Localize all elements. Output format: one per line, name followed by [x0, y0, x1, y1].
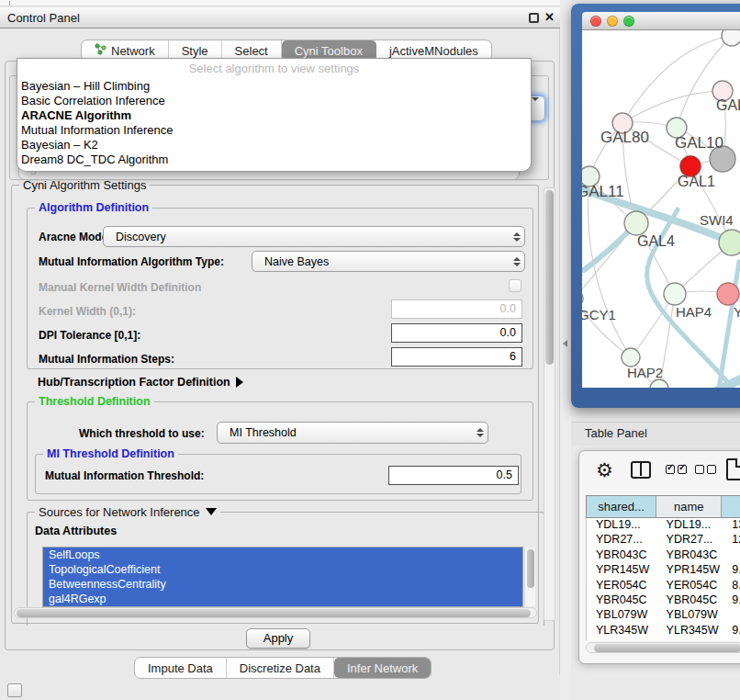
attribute-item-gal4rgexp[interactable]: gal4RGexp [43, 592, 522, 606]
table-row[interactable]: YBL079WYBL079W [587, 608, 740, 623]
dropdown-prompt: Select algorithm to view settings [17, 59, 531, 79]
settings-horizontal-scrollbar[interactable] [14, 607, 537, 618]
algorithm-option-bayesian-k2[interactable]: Bayesian – K2 [17, 138, 531, 152]
network-node-label: GAL11 [582, 183, 624, 200]
application-window: Control Panel ✕ NetworkStyleSelectCyni T… [0, 0, 740, 700]
mi-threshold-field[interactable]: 0.5 [388, 466, 519, 485]
document-icon[interactable] [726, 458, 740, 480]
attribute-item-selfloops[interactable]: SelfLoops [43, 548, 522, 562]
network-node[interactable] [664, 283, 686, 305]
threshold-definition-title: Threshold Definition [35, 395, 154, 408]
settings-vertical-scrollbar[interactable] [544, 187, 555, 621]
tab-jactivemnodules-label: jActiveMNodules [389, 44, 478, 58]
mi-type-combo[interactable]: Naive Bayes [252, 251, 525, 272]
manual-kernel-label: Manual Kernel Width Definition [39, 281, 201, 294]
which-threshold-combo[interactable]: MI Threshold [217, 422, 488, 444]
collapsed-arrow-icon [236, 377, 243, 388]
which-threshold-value: MI Threshold [218, 426, 473, 439]
network-node[interactable] [622, 348, 640, 367]
network-node[interactable] [719, 230, 740, 255]
zoom-traffic-icon[interactable] [623, 16, 634, 27]
close-icon[interactable]: ✕ [544, 10, 555, 24]
table-row[interactable]: YDL19...YDL19...13 [587, 518, 740, 533]
table-cell: YPR145W [587, 563, 657, 578]
select-all-checkboxes-icon[interactable] [666, 465, 687, 474]
kernel-width-field[interactable]: 0.0 [391, 299, 522, 319]
node-table: shared...name YDL19...YDL19...13YDR27...… [586, 495, 740, 640]
table-horizontal-scrollbar[interactable] [586, 642, 740, 653]
table-cell: YIL052C [587, 638, 657, 640]
apply-button[interactable]: Apply [246, 628, 310, 649]
bottom-tab-impute-data[interactable]: Impute Data [135, 658, 227, 678]
network-node[interactable] [582, 289, 583, 308]
algorithm-option-mutual-information-inference[interactable]: Mutual Information Inference [17, 123, 531, 138]
network-window-titlebar[interactable] [582, 12, 740, 30]
table-row[interactable]: YBR045CYBR045C9. [587, 593, 740, 608]
gear-icon[interactable]: ⚙ [596, 459, 613, 481]
hub-definition-toggle[interactable]: Hub/Transcription Factor Definition [38, 376, 243, 389]
bottom-tab-discretize-data[interactable]: Discretize Data [227, 658, 334, 678]
column-header-shared[interactable]: shared... [587, 496, 656, 517]
network-node-label: GAL [716, 97, 740, 113]
attributes-list-scrollbar[interactable] [524, 548, 535, 606]
deselect-all-checkboxes-icon[interactable] [695, 465, 716, 474]
which-threshold-label: Which threshold to use: [79, 427, 205, 440]
control-panel-titlebar: Control Panel ✕ [0, 7, 560, 28]
table-cell: YDL19... [587, 518, 657, 533]
data-attributes-label: Data Attributes [35, 525, 117, 537]
attribute-item-betweennesscentrality[interactable]: BetweennessCentrality [43, 577, 522, 592]
combo-stepper-icon [473, 428, 488, 437]
close-traffic-icon[interactable] [590, 16, 601, 27]
table-cell: YBR045C [657, 593, 723, 608]
table-cell: YDR27... [587, 533, 657, 548]
minimized-panel-icon[interactable] [7, 683, 22, 697]
panel-divider[interactable] [560, 0, 571, 700]
manual-kernel-checkbox[interactable] [509, 279, 521, 292]
data-attributes-list[interactable]: SelfLoopsTopologicalCoefficientBetweenne… [42, 547, 523, 607]
network-node[interactable] [717, 283, 739, 305]
table-row[interactable]: YER054CYER054C8. [587, 579, 740, 593]
attribute-item-topologicalcoefficient[interactable]: TopologicalCoefficient [43, 562, 522, 577]
algorithm-option-aracne-algorithm[interactable]: ARACNE Algorithm [17, 108, 531, 123]
mi-steps-field[interactable]: 6 [391, 347, 522, 367]
network-node[interactable] [650, 379, 668, 388]
dpi-tolerance-field[interactable]: 0.0 [391, 323, 522, 343]
algorithm-option-bayesian-hill-climbing[interactable]: Bayesian – Hill Climbing [17, 79, 531, 94]
table-panel-title: Table Panel [585, 426, 647, 440]
network-node[interactable] [624, 211, 648, 235]
tab-style-label: Style [182, 44, 208, 58]
network-view-window[interactable]: GALGAL80GAL10GAL1GAL11SWI4GAL4HAP4YGCY1H… [571, 4, 740, 408]
sources-group-title: Sources for Network Inference [35, 505, 220, 519]
algorithm-option-basic-correlation-inference[interactable]: Basic Correlation Inference [17, 94, 531, 108]
combo-stepper-icon [510, 232, 524, 242]
table-row[interactable]: YDR27...YDR27...12 [587, 533, 740, 548]
combo-stepper-icon [510, 257, 524, 266]
minimize-traffic-icon[interactable] [607, 16, 618, 27]
network-node-label: SWI4 [700, 212, 734, 228]
aracne-mode-combo[interactable]: Discovery [103, 226, 525, 247]
algorithm-option-dream8-dc-tdc-algorithm[interactable]: Dream8 DC_TDC Algorithm [17, 152, 531, 167]
network-node-label: GAL1 [678, 174, 715, 189]
network-node-label: GAL4 [637, 233, 675, 249]
table-row[interactable]: YIL052CYIL052C9 [587, 638, 740, 640]
bottom-tab-infer-network[interactable]: Infer Network [334, 658, 431, 678]
table-cell: YDL19... [657, 518, 723, 533]
column-header-col3[interactable] [722, 496, 740, 517]
column-header-name[interactable]: name [656, 496, 722, 517]
table-cell: YPR145W [657, 563, 723, 578]
network-node-label: HAP4 [676, 304, 712, 320]
table-row[interactable]: YBR043CYBR043C [587, 548, 740, 563]
bottom-tab-impute-data-label: Impute Data [148, 661, 213, 675]
network-node[interactable] [722, 30, 740, 46]
aracne-mode-label: Aracne Mode: [39, 231, 111, 243]
table-toolbar: ⚙ [579, 451, 740, 491]
table-cell: YBL079W [657, 608, 723, 623]
float-window-icon[interactable] [529, 13, 539, 23]
table-row[interactable]: YLR345WYLR345W9. [587, 624, 740, 638]
bottom-tab-discretize-data-label: Discretize Data [240, 661, 320, 675]
expanded-arrow-icon [206, 508, 217, 515]
top-strip [0, 0, 562, 6]
table-row[interactable]: YPR145WYPR145W9. [587, 563, 740, 578]
columns-icon[interactable] [631, 461, 651, 479]
network-canvas[interactable]: GALGAL80GAL10GAL1GAL11SWI4GAL4HAP4YGCY1H… [582, 30, 740, 388]
